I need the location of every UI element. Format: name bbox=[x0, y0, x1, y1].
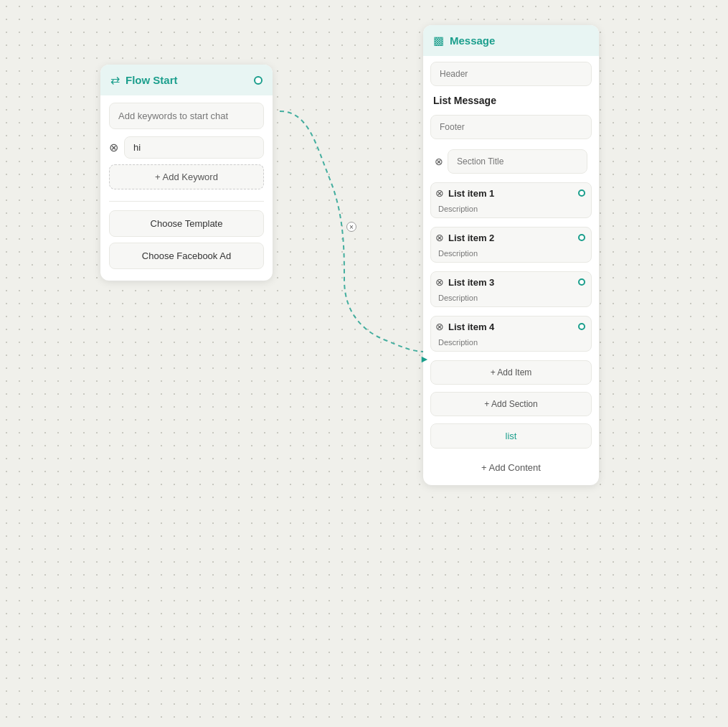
list-item-3-desc[interactable] bbox=[435, 292, 585, 304]
remove-item-1-icon[interactable]: ⊗ bbox=[435, 187, 444, 199]
list-item-1-dot[interactable] bbox=[578, 189, 585, 197]
message-icon: ▩ bbox=[433, 34, 444, 47]
divider-1 bbox=[109, 201, 264, 202]
flow-start-header: ⇄ Flow Start bbox=[100, 65, 273, 95]
section-title-row: ⊗ bbox=[430, 144, 592, 177]
add-item-button[interactable]: + Add Item bbox=[430, 360, 592, 385]
list-message-label: List Message bbox=[430, 90, 592, 111]
remove-item-3-icon[interactable]: ⊗ bbox=[435, 276, 444, 288]
list-item-3-header: ⊗ List item 3 bbox=[435, 276, 585, 288]
list-item-4: ⊗ List item 4 bbox=[430, 316, 592, 352]
section-block: ⊗ bbox=[430, 144, 592, 177]
list-item-3-dot[interactable] bbox=[578, 278, 585, 286]
keyword-input[interactable] bbox=[109, 103, 264, 129]
add-section-button[interactable]: + Add Section bbox=[430, 392, 592, 416]
list-item-4-title: List item 4 bbox=[448, 322, 494, 332]
flow-start-body: ⊗ hi + Add Keyword Choose Template Choos… bbox=[100, 95, 273, 272]
flow-start-title: Flow Start bbox=[126, 74, 178, 86]
flow-start-connector-dot[interactable] bbox=[254, 76, 263, 85]
list-button[interactable]: list bbox=[430, 423, 592, 449]
connector-arrow: ► bbox=[420, 353, 430, 365]
list-item-1-desc[interactable] bbox=[435, 203, 585, 215]
list-item-3: ⊗ List item 3 bbox=[430, 271, 592, 307]
list-item-2-title: List item 2 bbox=[448, 233, 494, 243]
list-item-1-left: ⊗ List item 1 bbox=[435, 187, 494, 199]
list-item-3-title: List item 3 bbox=[448, 277, 494, 288]
choose-facebook-ad-button[interactable]: Choose Facebook Ad bbox=[109, 243, 264, 269]
remove-section-icon[interactable]: ⊗ bbox=[435, 156, 443, 167]
add-keyword-button[interactable]: + Add Keyword bbox=[109, 164, 264, 189]
message-header: ▩ Message bbox=[423, 25, 599, 56]
list-item-4-desc[interactable] bbox=[435, 337, 585, 348]
remove-item-4-icon[interactable]: ⊗ bbox=[435, 321, 444, 332]
list-item-4-dot[interactable] bbox=[578, 323, 585, 330]
list-item-1-header: ⊗ List item 1 bbox=[435, 187, 585, 199]
message-body: List Message ⊗ ⊗ List item 1 bbox=[423, 56, 599, 485]
list-item-1: ⊗ List item 1 bbox=[430, 182, 592, 218]
keyword-row: ⊗ hi bbox=[109, 136, 264, 159]
keyword-tag: hi bbox=[124, 136, 264, 159]
flow-start-header-left: ⇄ Flow Start bbox=[110, 73, 178, 87]
message-card: ▩ Message List Message ⊗ ⊗ List item 1 bbox=[423, 25, 599, 485]
footer-input[interactable] bbox=[430, 115, 592, 139]
remove-item-2-icon[interactable]: ⊗ bbox=[435, 232, 444, 243]
add-content-button[interactable]: + Add Content bbox=[430, 456, 592, 479]
connector-delete-icon[interactable]: × bbox=[346, 222, 356, 232]
choose-template-button[interactable]: Choose Template bbox=[109, 210, 264, 237]
header-input[interactable] bbox=[430, 62, 592, 86]
list-item-3-left: ⊗ List item 3 bbox=[435, 276, 494, 288]
flow-start-icon: ⇄ bbox=[110, 73, 120, 87]
list-item-2-dot[interactable] bbox=[578, 234, 585, 241]
list-item-1-title: List item 1 bbox=[448, 188, 494, 199]
list-item-2: ⊗ List item 2 bbox=[430, 227, 592, 263]
flow-start-card: ⇄ Flow Start ⊗ hi + Add Keyword Choose T… bbox=[100, 65, 273, 281]
section-title-input[interactable] bbox=[448, 149, 587, 174]
remove-keyword-icon[interactable]: ⊗ bbox=[109, 141, 118, 154]
canvas: × ► ⇄ Flow Start ⊗ hi + Add Keyword Choo… bbox=[0, 0, 728, 727]
list-item-4-header: ⊗ List item 4 bbox=[435, 321, 585, 332]
list-item-2-header: ⊗ List item 2 bbox=[435, 232, 585, 243]
list-item-4-left: ⊗ List item 4 bbox=[435, 321, 494, 332]
list-item-2-left: ⊗ List item 2 bbox=[435, 232, 494, 243]
list-item-2-desc[interactable] bbox=[435, 248, 585, 259]
message-title: Message bbox=[450, 34, 495, 47]
